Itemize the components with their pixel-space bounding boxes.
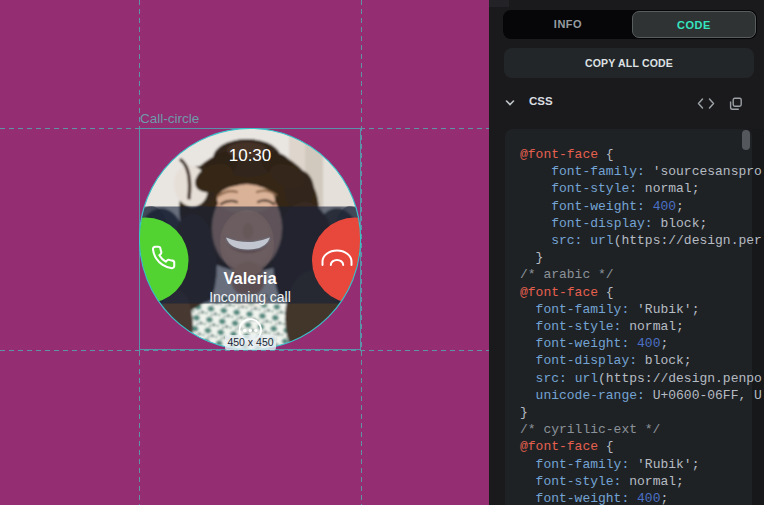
svg-text:10:30: 10:30 (229, 146, 272, 165)
svg-text:Valeria: Valeria (223, 269, 277, 287)
svg-text:Incoming call: Incoming call (209, 289, 291, 305)
